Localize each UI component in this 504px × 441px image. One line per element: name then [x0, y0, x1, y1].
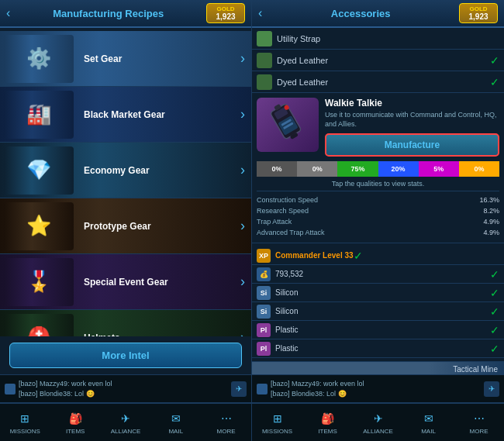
right-alliance-icon: ✈ — [369, 411, 388, 426]
accessory-icon-utility-strap — [257, 31, 272, 47]
left-more-icon: ⋯ — [217, 411, 236, 426]
right-nav-missions-label: MISSIONS — [262, 428, 292, 435]
right-gold-label: GOLD — [469, 5, 487, 12]
right-nav-mail[interactable]: ✉ MAIL — [409, 411, 448, 435]
right-nav-missions[interactable]: ⊞ MISSIONS — [258, 411, 297, 435]
gear-item-chevron-helmets: › — [240, 329, 245, 336]
req-item-silicon-1: SiSilicon✓ — [252, 284, 504, 302]
gear-item-set-gear[interactable]: ⚙️Set Gear› — [0, 31, 251, 87]
gear-item-black-market-gear[interactable]: 🏭Black Market Gear› — [0, 87, 251, 143]
req-icon-coins: 💰 — [257, 267, 271, 281]
right-nav-more[interactable]: ⋯ MORE — [460, 411, 499, 435]
right-bottom-nav: ⊞ MISSIONS 🎒 ITEMS ✈ ALLIANCE ✉ MAIL ⋯ M… — [252, 402, 504, 441]
left-gold-amount: 1,923 — [216, 12, 235, 21]
req-item-plastic-2: PlPlastic✓ — [252, 339, 504, 358]
left-header-title: Manufacturing Recipes — [10, 8, 206, 19]
gear-item-label-economy-gear: Economy Gear — [78, 165, 240, 176]
right-chat-avatar — [257, 384, 268, 394]
stats-table: Construction Speed16.3%Research Speed8.2… — [257, 191, 499, 238]
right-nav-alliance[interactable]: ✈ ALLIANCE — [359, 411, 398, 435]
right-gold-badge: GOLD 1,923 — [459, 3, 498, 23]
right-header-title: Accessories — [262, 8, 459, 19]
req-check-xp: ✓ — [354, 250, 363, 262]
quality-segment-5[interactable]: 0% — [459, 161, 499, 177]
right-nav-items[interactable]: 🎒 ITEMS — [309, 411, 347, 435]
gear-item-helmets[interactable]: ⛑️Helmets› — [0, 310, 251, 336]
walkie-talkie-desc: Use it to communicate with Command and C… — [325, 111, 499, 129]
right-header: ‹ Accessories GOLD 1,923 — [252, 0, 504, 28]
req-icon-silicon-1: Si — [257, 286, 271, 300]
accessory-item-dyed-leather-2[interactable]: Dyed Leather✓ — [252, 71, 504, 93]
right-more-icon: ⋯ — [470, 411, 488, 426]
quality-segment-1[interactable]: 0% — [297, 161, 337, 177]
right-chat-icon[interactable]: ✈ — [484, 381, 499, 397]
quality-bar[interactable]: 0%0%75%20%5%0% — [257, 161, 499, 177]
left-gold-badge: GOLD 1,923 — [206, 3, 245, 23]
stat-row: Advanced Trap Attack4.9% — [257, 227, 499, 238]
req-check-plastic-1: ✓ — [490, 324, 499, 336]
quality-segment-4[interactable]: 5% — [419, 161, 459, 177]
alliance-icon: ✈ — [116, 411, 135, 426]
gear-item-image-economy-gear: 💎 — [0, 144, 78, 197]
stat-value: 4.9% — [483, 218, 499, 226]
left-nav-items[interactable]: 🎒 ITEMS — [56, 411, 95, 435]
left-chat-bar: [bazo] Mazzy49: work even lol [bazo] Blo… — [0, 374, 251, 402]
right-panel: ‹ Accessories GOLD 1,923 Utility StrapDy… — [252, 0, 504, 441]
gear-item-label-black-market-gear: Black Market Gear — [78, 109, 240, 120]
gear-item-special-event-gear[interactable]: 🎖️Special Event Gear› — [0, 254, 251, 310]
left-nav-mail[interactable]: ✉ MAIL — [157, 411, 195, 435]
stat-row: Construction Speed16.3% — [257, 195, 499, 205]
req-label-xp: Commander Level 33 — [275, 251, 354, 260]
left-bottom-nav: ⊞ MISSIONS 🎒 ITEMS ✈ ALLIANCE ✉ MAIL ⋯ M… — [0, 402, 251, 441]
right-chat-line2: [bazo] Blondie38: Lol 😊 — [271, 389, 481, 399]
more-intel-button[interactable]: More Intel — [9, 343, 242, 368]
accessory-check-dyed-leather-2: ✓ — [490, 76, 499, 88]
left-panel: ‹ Manufacturing Recipes GOLD 1,923 ⚙️Set… — [0, 0, 252, 441]
left-nav-items-label: ITEMS — [66, 428, 85, 435]
stat-label: Research Speed — [257, 207, 309, 215]
right-nav-mail-label: MAIL — [421, 428, 436, 435]
gear-item-chevron-special-event-gear: › — [240, 274, 245, 290]
stat-row: Research Speed8.2% — [257, 205, 499, 216]
accessory-name-utility-strap: Utility Strap — [277, 34, 499, 43]
accessory-item-dyed-leather-1[interactable]: Dyed Leather✓ — [252, 50, 504, 71]
accessory-name-dyed-leather-2: Dyed Leather — [277, 78, 490, 87]
req-item-coins: 💰793,532✓ — [252, 265, 504, 284]
left-nav-more[interactable]: ⋯ MORE — [207, 411, 246, 435]
items-icon: 🎒 — [66, 411, 85, 426]
gear-item-image-helmets: ⛑️ — [0, 312, 78, 337]
right-mail-icon: ✉ — [419, 411, 438, 426]
left-gold-label: GOLD — [216, 5, 234, 12]
req-icon-plastic-2: Pl — [257, 342, 271, 356]
left-nav-missions-label: MISSIONS — [10, 428, 40, 435]
quality-segment-2[interactable]: 75% — [337, 161, 378, 177]
right-chat-messages: [bazo] Mazzy49: work even lol [bazo] Blo… — [271, 379, 481, 398]
gear-item-prototype-gear[interactable]: ⭐Prototype Gear› — [0, 198, 251, 254]
req-label-plastic-1: Plastic — [275, 326, 490, 334]
left-nav-alliance[interactable]: ✈ ALLIANCE — [106, 411, 145, 435]
gear-item-image-set-gear: ⚙️ — [0, 33, 78, 85]
left-chat-avatar — [5, 384, 16, 394]
left-chat-line2: [bazo] Blondie38: Lol 😊 — [19, 389, 228, 399]
left-nav-alliance-label: ALLIANCE — [111, 428, 141, 435]
quality-tap-hint: Tap the qualities to view stats. — [257, 180, 499, 188]
quality-segment-0[interactable]: 0% — [257, 161, 297, 177]
left-nav-mail-label: MAIL — [168, 428, 183, 435]
manufacture-button[interactable]: Manufacture — [325, 133, 499, 157]
left-nav-missions[interactable]: ⊞ MISSIONS — [5, 411, 44, 435]
right-nav-alliance-label: ALLIANCE — [363, 428, 393, 435]
gear-item-image-special-event-gear: 🎖️ — [0, 256, 78, 308]
requirements-list: XPCommander Level 33✓💰793,532✓SiSilicon✓… — [252, 243, 504, 361]
accessory-icon-dyed-leather-1 — [257, 53, 272, 68]
right-gold-amount: 1,923 — [468, 12, 488, 21]
gear-item-economy-gear[interactable]: 💎Economy Gear› — [0, 143, 251, 198]
left-chat-icon[interactable]: ✈ — [231, 381, 247, 397]
req-item-xp: XPCommander Level 33✓ — [252, 246, 504, 265]
stat-row: Trap Attack4.9% — [257, 216, 499, 227]
left-nav-more-label: MORE — [217, 428, 236, 435]
accessory-item-utility-strap[interactable]: Utility Strap — [252, 28, 504, 50]
quality-segment-3[interactable]: 20% — [378, 161, 419, 177]
accessory-name-dyed-leather-1: Dyed Leather — [277, 56, 490, 65]
left-header: ‹ Manufacturing Recipes GOLD 1,923 — [0, 0, 251, 28]
right-nav-more-label: MORE — [470, 428, 488, 435]
